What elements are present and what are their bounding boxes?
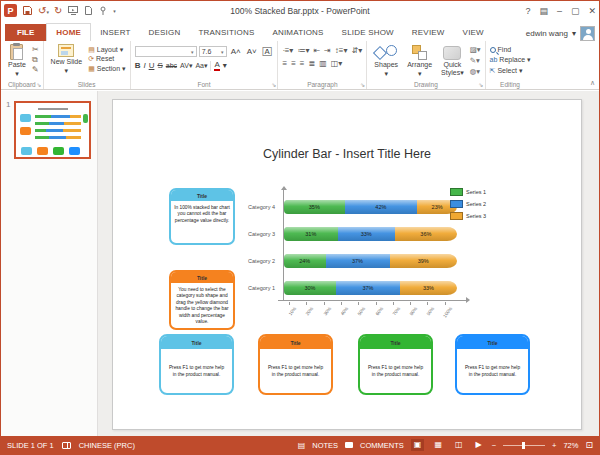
- paragraph-dialog-launcher-icon[interactable]: ⇘: [360, 81, 365, 88]
- language-indicator[interactable]: CHINESE (PRC): [79, 441, 135, 450]
- subscript-button[interactable]: abc: [166, 62, 177, 69]
- bar-segment[interactable]: 35%: [284, 200, 345, 214]
- slide-title[interactable]: Cylinder Bar - Insert Title Here: [113, 147, 581, 161]
- shape-fill-icon[interactable]: ▨▾: [470, 45, 481, 54]
- avatar[interactable]: [580, 26, 595, 41]
- bar-segment[interactable]: 39%: [390, 254, 457, 268]
- shrink-font-icon[interactable]: A˅: [245, 47, 259, 57]
- slide-thumbnail[interactable]: [14, 101, 91, 159]
- new-file-icon[interactable]: [84, 5, 93, 16]
- spell-check-icon[interactable]: [62, 442, 71, 449]
- decrease-indent-icon[interactable]: ⇤: [313, 46, 320, 55]
- slideshow-view-icon[interactable]: ▶: [473, 439, 485, 451]
- bar-segment[interactable]: 30%: [284, 281, 336, 295]
- character-spacing-button[interactable]: AV▾: [180, 62, 192, 70]
- align-center-icon[interactable]: ≡: [291, 59, 296, 68]
- quick-styles-button[interactable]: QuickStyles▾: [438, 43, 467, 79]
- justify-icon[interactable]: ≣: [308, 59, 315, 68]
- tab-animations[interactable]: ANIMATIONS: [263, 24, 332, 41]
- undo-icon[interactable]: ↺▾: [38, 6, 49, 16]
- bar-segment[interactable]: 31%: [284, 227, 338, 241]
- zoom-slider[interactable]: [503, 445, 545, 446]
- shapes-button[interactable]: Shapes▾: [371, 43, 401, 79]
- shape-outline-icon[interactable]: ✎▾: [470, 56, 481, 65]
- maximize-icon[interactable]: ▢: [571, 6, 580, 16]
- info-box-2[interactable]: Title Press F1 to get more help in the p…: [258, 334, 333, 395]
- zoom-out-button[interactable]: −: [492, 441, 496, 450]
- grow-font-icon[interactable]: A˄: [229, 47, 243, 57]
- save-icon[interactable]: [22, 5, 33, 16]
- bullets-icon[interactable]: ∙≡▾: [282, 46, 293, 55]
- tab-review[interactable]: REVIEW: [403, 24, 454, 41]
- new-slide-button[interactable]: New Slide ▾: [48, 43, 86, 79]
- fit-to-window-icon[interactable]: ⊡: [585, 440, 593, 450]
- tab-design[interactable]: DESIGN: [140, 24, 190, 41]
- layout-button[interactable]: ▤Layout▾: [88, 46, 126, 54]
- zoom-in-button[interactable]: +: [552, 441, 556, 450]
- zoom-level[interactable]: 72%: [563, 441, 578, 450]
- format-painter-icon[interactable]: ✎: [32, 66, 39, 74]
- tab-slideshow[interactable]: SLIDE SHOW: [333, 24, 403, 41]
- touch-mode-icon[interactable]: [98, 5, 108, 16]
- italic-button[interactable]: I: [143, 61, 145, 70]
- bar-category-2[interactable]: 24% 37% 39%: [284, 254, 457, 268]
- clipboard-dialog-launcher-icon[interactable]: ⇘: [37, 81, 42, 88]
- slide-sorter-view-icon[interactable]: ▦: [431, 439, 445, 451]
- bar-segment[interactable]: 37%: [326, 254, 390, 268]
- tab-file[interactable]: FILE: [5, 24, 46, 41]
- select-button[interactable]: ⇱Select▾: [490, 67, 531, 75]
- collapse-ribbon-icon[interactable]: ∧: [590, 79, 595, 87]
- normal-view-icon[interactable]: ▣: [411, 439, 425, 451]
- bar-segment[interactable]: 24%: [284, 254, 326, 268]
- bar-segment[interactable]: 33%: [338, 227, 395, 241]
- comments-button[interactable]: COMMENTS: [360, 441, 404, 450]
- text-direction-icon[interactable]: ⇵▾: [351, 46, 362, 55]
- notes-button[interactable]: NOTES: [312, 441, 338, 450]
- minimize-icon[interactable]: –: [557, 6, 562, 16]
- reset-button[interactable]: ⟳Reset: [88, 55, 126, 63]
- strikethrough-button[interactable]: S: [157, 61, 162, 70]
- close-icon[interactable]: ✕: [588, 6, 596, 16]
- increase-indent-icon[interactable]: ⇥: [324, 46, 331, 55]
- bar-segment[interactable]: 33%: [400, 281, 457, 295]
- numbering-icon[interactable]: ≔▾: [297, 46, 309, 55]
- cut-icon[interactable]: ✂: [32, 46, 39, 54]
- info-box-4[interactable]: Title Press F1 to get more help in the p…: [455, 334, 530, 395]
- ribbon-display-options-icon[interactable]: ▤: [539, 6, 548, 16]
- convert-smartart-icon[interactable]: ◫▾: [331, 59, 343, 68]
- callout-note-2[interactable]: Title You need to select the category su…: [169, 270, 235, 330]
- tab-insert[interactable]: INSERT: [91, 24, 139, 41]
- customize-qat-icon[interactable]: ▾: [113, 8, 116, 14]
- reading-view-icon[interactable]: ◫: [452, 439, 466, 451]
- change-case-button[interactable]: Aa▾: [195, 62, 207, 70]
- bar-category-1[interactable]: 30% 37% 33%: [284, 281, 457, 295]
- font-size-combo[interactable]: 7.6▾: [199, 46, 227, 57]
- align-left-icon[interactable]: ≡: [282, 59, 287, 68]
- drawing-dialog-launcher-icon[interactable]: ⇘: [479, 81, 484, 88]
- info-box-1[interactable]: Title Press F1 to get more help in the p…: [159, 334, 234, 395]
- find-button[interactable]: Find: [490, 46, 531, 54]
- replace-button[interactable]: abReplace▾: [490, 56, 531, 64]
- account-menu[interactable]: edwin wang ▾: [526, 26, 599, 41]
- font-dialog-launcher-icon[interactable]: ⇘: [271, 81, 276, 88]
- shape-effects-icon[interactable]: ◍▾: [470, 67, 481, 76]
- start-slideshow-icon[interactable]: [67, 5, 79, 16]
- clear-formatting-icon[interactable]: 🄰: [261, 47, 274, 57]
- slide-indicator[interactable]: SLIDE 1 OF 1: [7, 441, 54, 450]
- bar-category-4[interactable]: 35% 42% 23%: [284, 200, 457, 214]
- bar-category-3[interactable]: 31% 33% 36%: [284, 227, 457, 241]
- info-box-3[interactable]: Title Press F1 to get more help in the p…: [358, 334, 433, 395]
- paste-button[interactable]: Paste ▾: [5, 43, 29, 79]
- bar-segment[interactable]: 36%: [395, 227, 457, 241]
- arrange-button[interactable]: Arrange▾: [404, 43, 435, 79]
- powerpoint-logo-icon[interactable]: P: [4, 4, 17, 17]
- zoom-slider-handle[interactable]: [522, 442, 525, 449]
- columns-icon[interactable]: ▥: [319, 59, 327, 68]
- section-button[interactable]: ▦Section▾: [88, 65, 126, 73]
- font-name-combo[interactable]: ▾: [135, 46, 197, 57]
- underline-button[interactable]: U: [149, 61, 155, 70]
- tab-transitions[interactable]: TRANSITIONS: [189, 24, 263, 41]
- font-color-button[interactable]: A: [214, 60, 219, 71]
- bold-button[interactable]: B: [135, 61, 141, 70]
- tab-home[interactable]: HOME: [46, 23, 91, 41]
